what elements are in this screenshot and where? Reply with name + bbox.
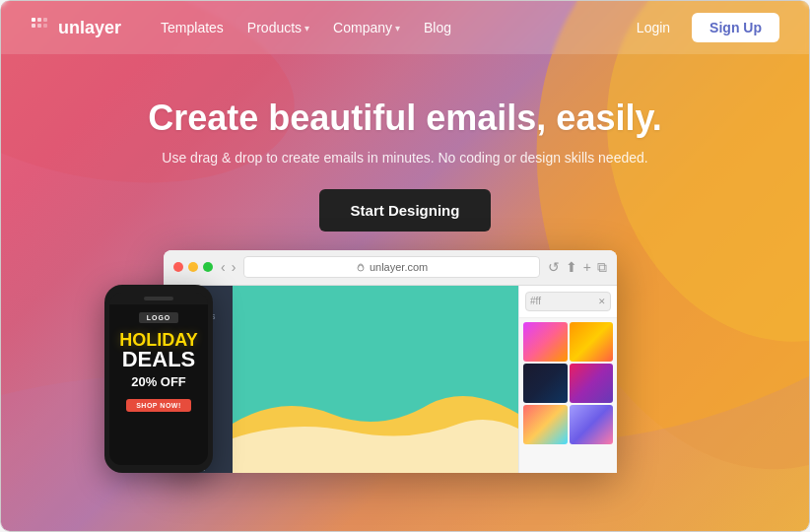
share-icon[interactable]: ⬆: [566, 259, 577, 276]
browser-actions: ↺ ⬆ + ⧉: [548, 259, 607, 276]
nav-right: Login Sign Up: [627, 13, 779, 42]
add-tab-icon[interactable]: +: [583, 259, 591, 276]
image-thumb-5[interactable]: [523, 405, 568, 444]
nav-products[interactable]: Products ▾: [237, 14, 319, 41]
image-thumb-2[interactable]: [570, 322, 614, 362]
browser-back-icon[interactable]: ‹: [221, 259, 226, 275]
phone-mockup: LOGO HOLIDAY DEALS 20% OFF SHOP NOW!: [104, 285, 213, 473]
svg-rect-4: [37, 18, 41, 22]
company-chevron-icon: ▾: [395, 23, 400, 33]
editor-canvas-inner: [233, 286, 518, 473]
refresh-icon[interactable]: ↺: [548, 259, 560, 276]
editor-bg-svg: [233, 286, 518, 473]
browser-forward-icon[interactable]: ›: [232, 259, 236, 275]
signup-button[interactable]: Sign Up: [692, 13, 779, 42]
hero-title: Create beautiful emails, easily.: [1, 99, 809, 138]
clear-search-icon[interactable]: ✕: [598, 297, 606, 306]
browser-dot-maximize[interactable]: [203, 262, 213, 272]
unlayer-logo-icon: [31, 17, 52, 38]
image-thumb-3[interactable]: [523, 364, 568, 403]
browser-url-bar[interactable]: unlayer.com: [243, 256, 539, 278]
phone-content: LOGO HOLIDAY DEALS 20% OFF SHOP NOW!: [109, 304, 208, 465]
svg-rect-3: [32, 18, 35, 22]
hero-subtitle: Use drag & drop to create emails in minu…: [1, 150, 809, 166]
phone-notch: [109, 293, 208, 304]
phone-off-text: 20% OFF: [131, 374, 186, 389]
url-text: unlayer.com: [370, 261, 428, 273]
svg-rect-8: [43, 24, 47, 28]
browser-dots: [173, 262, 213, 272]
svg-rect-5: [32, 24, 35, 28]
logo-text: unlayer: [58, 18, 121, 38]
search-query: #ff: [530, 296, 541, 306]
editor-right-panel: #ff ✕: [518, 286, 617, 473]
hero-content: Create beautiful emails, easily. Use dra…: [1, 54, 809, 251]
nav-links: Templates Products ▾ Company ▾ Blog: [151, 14, 627, 41]
phone-holiday-text: HOLIDAY: [119, 331, 197, 349]
nav-blog[interactable]: Blog: [414, 14, 461, 41]
nav-templates[interactable]: Templates: [151, 14, 234, 41]
login-button[interactable]: Login: [627, 14, 680, 41]
phone-logo: LOGO: [139, 312, 179, 323]
browser-content: COLUMNS BUTTON DIVIDER: [164, 286, 617, 473]
browser-nav: ‹ ›: [221, 259, 236, 275]
right-search-area: #ff ✕: [519, 286, 617, 318]
products-chevron-icon: ▾: [304, 23, 309, 33]
phone-deals-text: DEALS: [122, 349, 196, 370]
phone-cta-text: SHOP NOW!: [126, 399, 191, 412]
logo[interactable]: unlayer: [31, 17, 121, 38]
phone-outer: LOGO HOLIDAY DEALS 20% OFF SHOP NOW!: [104, 285, 213, 473]
image-search-input[interactable]: #ff ✕: [525, 292, 611, 311]
nav-company[interactable]: Company ▾: [323, 14, 410, 41]
phone-screen: LOGO HOLIDAY DEALS 20% OFF SHOP NOW!: [109, 293, 208, 465]
cta-button[interactable]: Start Designing: [319, 189, 492, 232]
phone-notch-bar: [144, 297, 173, 300]
navbar: unlayer Templates Products ▾ Company ▾ B…: [1, 1, 809, 54]
svg-rect-7: [43, 18, 47, 22]
browser-dot-minimize[interactable]: [188, 262, 198, 272]
page-wrapper: unlayer Templates Products ▾ Company ▾ B…: [0, 0, 810, 532]
image-thumb-4[interactable]: [570, 364, 614, 403]
image-thumb-1[interactable]: [523, 322, 568, 362]
image-grid: [519, 318, 617, 448]
browser-bar: ‹ › unlayer.com ↺ ⬆ + ⧉: [164, 250, 617, 286]
browser-dot-close[interactable]: [173, 262, 183, 272]
editor-canvas: [233, 286, 518, 473]
svg-rect-6: [37, 24, 41, 28]
lock-icon: [356, 262, 366, 272]
image-thumb-6[interactable]: [570, 405, 614, 444]
duplicate-icon[interactable]: ⧉: [597, 259, 607, 276]
browser-window: ‹ › unlayer.com ↺ ⬆ + ⧉: [164, 250, 617, 473]
